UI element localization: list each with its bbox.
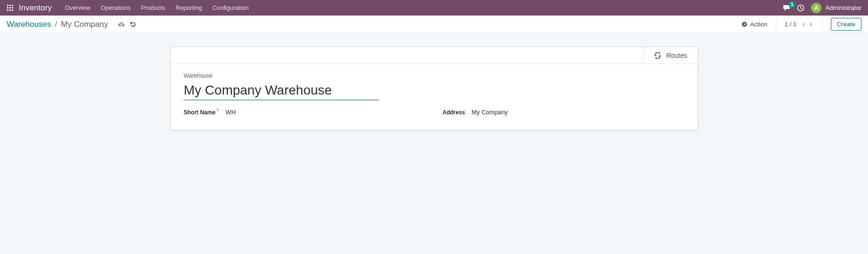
sheet-statusbar: Routes: [171, 47, 698, 64]
address-field: Address My Company: [443, 109, 508, 116]
svg-rect-5: [12, 7, 13, 8]
create-button[interactable]: Create: [831, 18, 861, 31]
routes-button[interactable]: Routes: [643, 47, 697, 64]
nav-reporting[interactable]: Reporting: [171, 1, 207, 14]
short-name-value[interactable]: WH: [225, 109, 236, 116]
breadcrumb-current: My Company: [61, 20, 108, 29]
breadcrumb-separator: /: [55, 20, 57, 29]
action-menu-button[interactable]: Action: [741, 21, 767, 28]
nav-overview[interactable]: Overview: [60, 1, 95, 14]
short-name-label: Short Name ?: [184, 109, 219, 116]
gear-icon: [741, 21, 748, 27]
pager-text: 1 / 1: [785, 21, 796, 28]
svg-rect-4: [9, 7, 11, 8]
activities-button[interactable]: [797, 4, 804, 12]
user-menu[interactable]: A Administrator: [811, 3, 861, 13]
breadcrumb-root[interactable]: Warehouses: [7, 20, 51, 29]
address-value[interactable]: My Company: [472, 109, 508, 116]
svg-rect-6: [7, 9, 8, 11]
help-icon[interactable]: ?: [216, 108, 219, 112]
sheet-wrap: Routes Warehouse Short Name ? WH Address…: [0, 33, 868, 130]
routes-label: Routes: [666, 52, 687, 59]
nav-configuration[interactable]: Configuration: [207, 1, 253, 14]
svg-rect-0: [7, 5, 8, 6]
save-cloud-icon[interactable]: [118, 22, 125, 27]
divider: [822, 18, 822, 31]
svg-rect-1: [9, 5, 11, 6]
breadcrumb: Warehouses / My Company: [7, 20, 136, 29]
short-name-label-text: Short Name: [184, 109, 215, 116]
form-sheet: Routes Warehouse Short Name ? WH Address…: [170, 47, 698, 130]
nav-operations[interactable]: Operations: [96, 1, 135, 14]
avatar: A: [811, 3, 821, 13]
pager-next[interactable]: [810, 22, 813, 27]
short-name-field: Short Name ? WH: [184, 109, 443, 116]
svg-rect-2: [12, 5, 13, 6]
apps-grid-icon[interactable]: [7, 4, 14, 12]
controlbar: Warehouses / My Company Action 1 / 1: [0, 16, 868, 33]
pager: 1 / 1: [785, 21, 813, 28]
cloud-upload-icon: [118, 22, 125, 27]
chevron-left-icon: [801, 22, 805, 27]
form-columns: Short Name ? WH Address My Company: [184, 109, 685, 116]
divider: [776, 18, 776, 31]
warehouse-name-input[interactable]: [184, 82, 379, 100]
nav-menu: Overview Operations Products Reporting C…: [60, 1, 254, 14]
topbar-right: 1 A Administrator: [783, 3, 861, 13]
warehouse-label: Warehouse: [184, 72, 685, 79]
action-label: Action: [750, 21, 767, 28]
svg-rect-8: [12, 9, 13, 11]
topbar: Inventory Overview Operations Products R…: [0, 0, 868, 16]
undo-icon: [130, 21, 136, 28]
clock-icon: [797, 4, 804, 12]
refresh-icon: [654, 52, 661, 59]
username: Administrator: [825, 4, 861, 11]
nav-products[interactable]: Products: [136, 1, 170, 14]
chevron-right-icon: [810, 22, 813, 27]
svg-rect-7: [9, 9, 11, 11]
controlbar-right: Action 1 / 1 Create: [741, 18, 861, 31]
messages-badge: 1: [789, 2, 796, 8]
discard-icon[interactable]: [130, 21, 136, 28]
address-label: Address: [443, 109, 465, 116]
pager-prev[interactable]: [801, 22, 805, 27]
warehouse-name-wrap: [184, 82, 379, 100]
sheet-body: Warehouse Short Name ? WH Address My Com…: [171, 64, 698, 130]
app-title[interactable]: Inventory: [19, 3, 52, 13]
svg-rect-3: [7, 7, 8, 8]
messages-button[interactable]: 1: [783, 5, 790, 11]
